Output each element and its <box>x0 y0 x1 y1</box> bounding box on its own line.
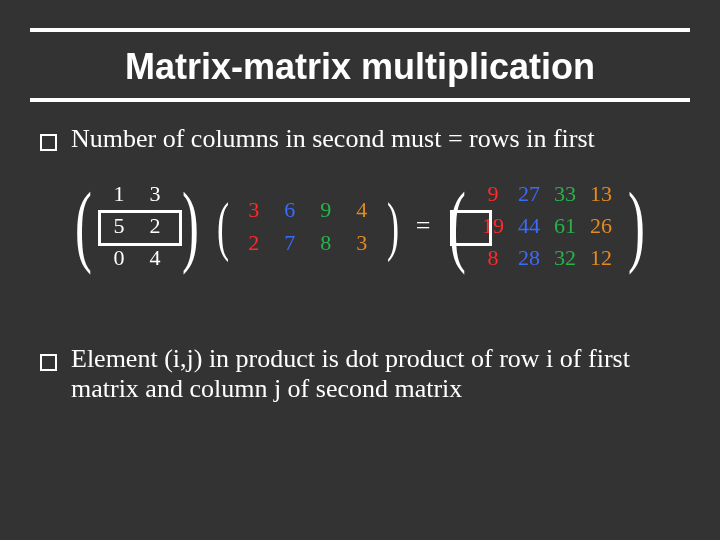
paren-right-icon: ) <box>628 178 645 274</box>
cell: 2 <box>236 226 272 259</box>
page-title: Matrix-matrix multiplication <box>0 32 720 98</box>
cell: 7 <box>272 226 308 259</box>
cell: 0 <box>101 242 137 274</box>
cell: 9 <box>308 193 344 226</box>
cell: 26 <box>583 210 619 242</box>
cell: 1 <box>101 178 137 210</box>
matrix-a: ( 13 52 04 ) <box>68 178 205 274</box>
paren-left-icon: ( <box>217 193 229 259</box>
bullet-2-text: Element (i,j) in product is dot product … <box>71 344 660 404</box>
matrix-b: ( 3 6 9 4 2 7 8 3 ) <box>212 193 404 259</box>
cell: 5 <box>101 210 137 242</box>
bullet-icon <box>40 134 57 151</box>
cell: 3 <box>137 178 173 210</box>
cell: 6 <box>272 193 308 226</box>
paren-right-icon: ) <box>387 193 399 259</box>
cell: 32 <box>547 242 583 274</box>
paren-left-icon: ( <box>75 178 92 274</box>
cell: 61 <box>547 210 583 242</box>
cell: 19 <box>475 210 511 242</box>
equation: ( 13 52 04 ) ( 3 6 9 4 2 7 8 3 ) = <box>50 178 670 274</box>
cell: 2 <box>137 210 173 242</box>
matrix-a-cells: 13 52 04 <box>101 178 173 274</box>
cell: 8 <box>475 242 511 274</box>
cell: 44 <box>511 210 547 242</box>
bullet-icon <box>40 354 57 371</box>
cell: 13 <box>583 178 619 210</box>
matrix-c-cells: 9 27 33 13 19 44 61 26 8 28 32 12 <box>475 178 619 274</box>
cell: 12 <box>583 242 619 274</box>
cell: 9 <box>475 178 511 210</box>
matrix-c: ( 9 27 33 13 19 44 61 26 8 28 32 12 ) <box>442 178 651 274</box>
cell: 4 <box>137 242 173 274</box>
matrix-b-cells: 3 6 9 4 2 7 8 3 <box>236 193 380 259</box>
cell: 28 <box>511 242 547 274</box>
bullet-2: Element (i,j) in product is dot product … <box>0 344 720 404</box>
paren-right-icon: ) <box>182 178 199 274</box>
cell: 3 <box>236 193 272 226</box>
cell: 33 <box>547 178 583 210</box>
equals-sign: = <box>404 211 443 241</box>
cell: 3 <box>344 226 380 259</box>
cell: 4 <box>344 193 380 226</box>
bullet-1-text: Number of columns in second must = rows … <box>71 124 595 154</box>
cell: 27 <box>511 178 547 210</box>
paren-left-icon: ( <box>449 178 466 274</box>
cell: 8 <box>308 226 344 259</box>
bullet-1: Number of columns in second must = rows … <box>0 124 720 154</box>
